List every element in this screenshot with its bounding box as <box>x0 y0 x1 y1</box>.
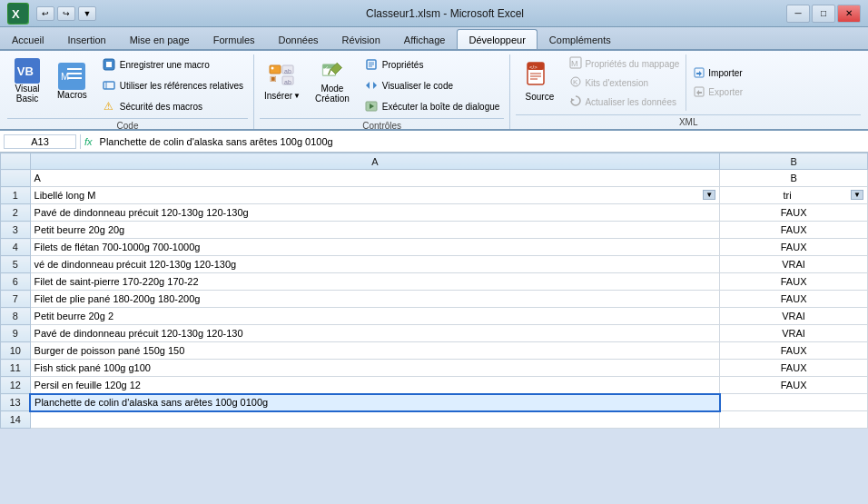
cell-b-12[interactable]: FAUX <box>720 377 868 394</box>
undo-button[interactable]: ↩ <box>36 6 54 21</box>
importer-button[interactable]: Importer <box>690 64 745 83</box>
tab-developpeur[interactable]: Développeur <box>457 29 537 49</box>
utiliser-references-button[interactable]: Utiliser les références relatives <box>97 75 248 95</box>
cell-b-2[interactable]: FAUX <box>720 204 868 222</box>
row-header[interactable]: 7 <box>1 291 31 308</box>
tab-insertion[interactable]: Insertion <box>55 29 117 49</box>
ribbon-content: VB Visual Basic M Macros <box>0 51 868 131</box>
proprietes-button[interactable]: Propriétés <box>360 54 505 74</box>
cell-b-7[interactable]: FAUX <box>720 291 868 308</box>
row-header[interactable]: 9 <box>1 325 31 342</box>
actualiser-button[interactable]: Actualiser les données <box>567 93 682 111</box>
vb-macros-col: VB Visual Basic M Macros <box>7 54 94 107</box>
row-header[interactable]: 13 <box>1 394 31 411</box>
cell-a-7[interactable]: Filet de plie pané 180-200g 180-200g <box>30 291 720 308</box>
cell-a-3[interactable]: Petit beurre 20g 20g <box>30 222 720 239</box>
cell-a-2[interactable]: Pavé de dindonneau précuit 120-130g 120-… <box>30 204 720 222</box>
export-icon <box>693 85 705 100</box>
record-icon <box>102 57 116 72</box>
cell-a-12[interactable]: Persil en feuille 120g 12 <box>30 377 720 394</box>
row-header[interactable]: 10 <box>1 342 31 360</box>
row-header[interactable]: 14 <box>1 411 31 429</box>
fx-button[interactable]: fx <box>84 136 93 147</box>
cell-a-8[interactable]: Petit beurre 20g 2 <box>30 308 720 325</box>
row-header[interactable]: 3 <box>1 222 31 239</box>
cell-b-11[interactable]: FAUX <box>720 360 868 377</box>
window-title: Classeur1.xlsm - Microsoft Excel <box>104 7 786 20</box>
tab-affichage[interactable]: Affichage <box>392 29 458 49</box>
row-header[interactable]: 4 <box>1 239 31 256</box>
svg-marker-47 <box>696 90 702 95</box>
svg-rect-6 <box>67 68 82 70</box>
cell-b-4[interactable]: FAUX <box>720 239 868 256</box>
source-button[interactable]: </> Source <box>516 54 563 107</box>
table-row: 3Petit beurre 20g 20gFAUX <box>1 222 868 239</box>
exporter-button[interactable]: Exporter <box>690 84 745 102</box>
filter-dropdown-a[interactable]: ▼ <box>703 190 715 200</box>
row-header[interactable]: 2 <box>1 204 31 222</box>
cell-b-5[interactable]: VRAI <box>720 256 868 273</box>
tab-complements[interactable]: Compléments <box>538 29 623 49</box>
cell-b-14[interactable] <box>720 411 868 429</box>
cell-b-3[interactable]: FAUX <box>720 222 868 239</box>
enregistrer-macro-button[interactable]: Enregistrer une macro <box>97 54 248 74</box>
cell-b-13[interactable] <box>720 394 868 411</box>
enregistrer-label: Enregistrer une macro <box>120 60 210 70</box>
visualiser-code-button[interactable]: Visualiser le code <box>360 75 505 95</box>
cell-a-10[interactable]: Burger de poisson pané 150g 150 <box>30 342 720 360</box>
close-button[interactable]: ✕ <box>837 5 861 23</box>
cell-b-8[interactable]: VRAI <box>720 308 868 325</box>
col-header-b[interactable]: B <box>720 153 868 170</box>
xml-left-btns: M Propriétés du mappage K Kits d'extensi… <box>567 54 682 111</box>
cell-a-14[interactable] <box>30 411 720 429</box>
row-header[interactable]: 11 <box>1 360 31 377</box>
redo-button[interactable]: ↪ <box>57 6 75 21</box>
visual-basic-button[interactable]: VB Visual Basic <box>7 54 47 107</box>
filter-dropdown-b[interactable]: ▼ <box>851 190 863 200</box>
row-header[interactable]: 6 <box>1 273 31 291</box>
kits-extension-button[interactable]: K Kits d'extension <box>567 74 682 92</box>
cell-a-11[interactable]: Fish stick pané 100g g100 <box>30 360 720 377</box>
table-row: 10Burger de poisson pané 150g 150FAUX <box>1 342 868 360</box>
row-header[interactable]: 1 <box>1 187 31 204</box>
row-header[interactable]: 12 <box>1 377 31 394</box>
tab-donnees[interactable]: Données <box>267 29 330 49</box>
cell-b-[interactable]: B <box>720 170 868 187</box>
mode-creation-button[interactable]: ✓ Mode Création <box>309 54 356 107</box>
customize-button[interactable]: ▼ <box>78 6 96 21</box>
col-header-a[interactable]: A <box>30 153 720 170</box>
cell-b-9[interactable]: VRAI <box>720 325 868 342</box>
window-controls: ─ □ ✕ <box>786 5 861 23</box>
cell-a-1[interactable]: Libellé long M ▼ <box>30 187 720 204</box>
table-row: 8Petit beurre 20g 2VRAI <box>1 308 868 325</box>
cell-b-10[interactable]: FAUX <box>720 342 868 360</box>
corner-cell <box>1 153 31 170</box>
minimize-button[interactable]: ─ <box>786 5 810 23</box>
tab-formules[interactable]: Formules <box>202 29 267 49</box>
securite-macros-button[interactable]: ⚠ Sécurité des macros <box>97 96 248 116</box>
inserer-button[interactable]: ▣ ab ab Insérer ▼ <box>260 54 305 107</box>
formula-input[interactable] <box>96 135 864 148</box>
cell-a-[interactable]: A <box>30 170 720 187</box>
cell-a-9[interactable]: Pavé de dindonneau précuit 120-130g 120-… <box>30 325 720 342</box>
row-header[interactable]: 8 <box>1 308 31 325</box>
tab-mise-en-page[interactable]: Mise en page <box>118 29 202 49</box>
executer-button[interactable]: Exécuter la boîte de dialogue <box>360 96 505 116</box>
cell-a-13[interactable]: Planchette de colin d'alaska sans arêtes… <box>30 394 720 411</box>
tab-revision[interactable]: Révision <box>330 29 392 49</box>
tab-accueil[interactable]: Accueil <box>0 29 55 49</box>
cell-a-6[interactable]: Filet de saint-pierre 170-220g 170-22 <box>30 273 720 291</box>
cell-reference-box[interactable] <box>4 134 76 149</box>
proprietes-map-button[interactable]: M Propriétés du mappage <box>567 54 682 73</box>
svg-text:✓: ✓ <box>324 64 329 71</box>
macros-button[interactable]: M Macros <box>51 54 94 107</box>
cell-a-5[interactable]: vé de dindonneau précuit 120-130g 120-13… <box>30 256 720 273</box>
cell-b-6[interactable]: FAUX <box>720 273 868 291</box>
row-header[interactable]: 5 <box>1 256 31 273</box>
table-row: 11Fish stick pané 100g g100FAUX <box>1 360 868 377</box>
row-header[interactable] <box>1 170 31 187</box>
run-icon <box>364 99 379 114</box>
cell-a-4[interactable]: Filets de flétan 700-1000g 700-1000g <box>30 239 720 256</box>
maximize-button[interactable]: □ <box>812 5 835 23</box>
cell-b-1[interactable]: tri ▼ <box>720 187 868 204</box>
